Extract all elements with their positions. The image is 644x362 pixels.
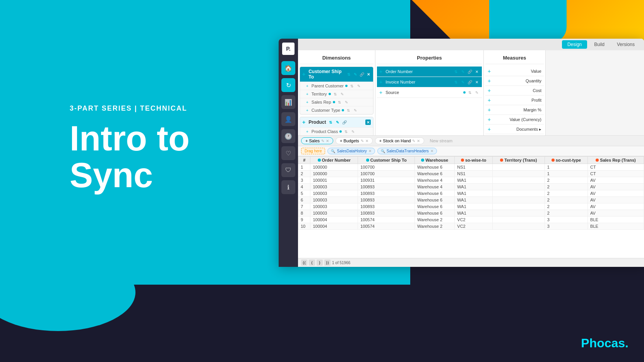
table-cell: 9 (298, 217, 310, 223)
table-cell: Warehouse 2 (415, 217, 455, 223)
item-customer-type: + Customer Type ⇅ ✎ (300, 106, 373, 114)
tab-icon[interactable]: ✎ (321, 139, 324, 143)
prop-invoice-number: + Invoice Number ⇅ ✎ 🔗 ✕ (377, 77, 482, 87)
item-label: Customer Type (312, 108, 340, 113)
add-btn[interactable]: + (306, 84, 308, 88)
sidebar-icon-clock[interactable]: 🕐 (281, 129, 295, 143)
table-cell: 100574 (358, 217, 415, 223)
tab-close[interactable]: ✕ (326, 139, 329, 143)
tab-icon[interactable]: ✎ (412, 139, 415, 143)
col-customer-ship-to[interactable]: Customer Ship To (358, 157, 415, 164)
measure-documents: + Documents ▸ (485, 125, 544, 134)
filter-close[interactable]: ✕ (430, 149, 433, 153)
edit-icon[interactable]: ✎ (344, 99, 349, 105)
close-product-btn[interactable]: ✕ (365, 120, 371, 125)
sidebar-icon-heart[interactable]: ♡ (281, 146, 295, 160)
table-cell: 2 (545, 184, 587, 190)
table-cell: 100893 (358, 184, 415, 190)
sort-icon[interactable]: ⇅ (346, 72, 351, 77)
filter-pill-sales-trans[interactable]: 🔍 SalesDataTransHeaders ✕ (377, 148, 437, 154)
tab-design[interactable]: Design (562, 40, 587, 49)
col-warehouse[interactable]: Warehouse (415, 157, 455, 164)
edit-icon[interactable]: ✎ (335, 120, 340, 125)
edit-icon[interactable]: ✎ (356, 83, 361, 89)
edit-icon[interactable]: ✎ (353, 108, 358, 113)
sort-icon[interactable]: ⇅ (337, 99, 342, 105)
table-row: 2100000100700Warehouse 6NS11CT (298, 171, 644, 177)
sidebar-icon-info[interactable]: ℹ (281, 180, 295, 194)
filter-close[interactable]: ✕ (368, 149, 372, 153)
col-territory-trans[interactable]: Territory (Trans) (492, 157, 545, 164)
add-btn[interactable]: + (306, 108, 308, 113)
col-sales-rep-trans[interactable]: Sales Rep (Trans) (588, 157, 644, 164)
col-hash[interactable]: # (298, 157, 310, 164)
table-cell: NS1 (455, 171, 493, 177)
col-so-wise-to[interactable]: so-wise-to (455, 157, 493, 164)
table-cell: 1 (545, 164, 587, 171)
table-cell: 100574 (358, 223, 415, 230)
tab-close[interactable]: ✕ (365, 139, 368, 143)
sidebar-icon-user[interactable]: 👤 (281, 112, 295, 126)
table-cell: CT (588, 171, 644, 177)
tab-versions[interactable]: Versions (611, 40, 640, 49)
sort-icon[interactable]: ⇅ (346, 108, 351, 113)
table-cell (492, 177, 545, 184)
stream-tab-sales[interactable]: + Sales ✎ ✕ (301, 137, 333, 144)
sidebar-icon-shield[interactable]: 🛡 (281, 163, 295, 177)
tab-build[interactable]: Build (589, 40, 610, 49)
link-icon[interactable]: 🔗 (359, 72, 364, 77)
group-header-customer: + Customer Ship To ⇅ ✎ 🔗 ✕ (300, 67, 373, 82)
measures-panel: Measures + Value + Quantity + Cost + Pro… (484, 50, 546, 135)
title-line1: Intro to (70, 120, 190, 157)
phocas-brand: Phocas. (581, 336, 629, 350)
sort-icon[interactable]: ⇅ (328, 120, 333, 125)
main-content: Design Build Versions Dimensions + Custo… (298, 39, 644, 267)
page-info: 1 of 51966 (332, 261, 350, 265)
stream-tab-stock[interactable]: + Stock on Hand ✎ ✕ (375, 137, 425, 144)
group-header-product: + Product ⇅ ✎ 🔗 ✕ (300, 117, 373, 127)
tab-label: + Stock on Hand (379, 138, 411, 143)
next-page-btn[interactable]: ⟩ (317, 260, 323, 266)
sidebar-icon-home[interactable]: 🏠 (281, 61, 295, 75)
add-btn[interactable]: + (306, 92, 308, 96)
last-page-btn[interactable]: ⟩⟩ (324, 260, 331, 266)
table-cell (492, 164, 545, 171)
col-so-cust-type[interactable]: so-cust-type (545, 157, 587, 164)
data-table: # Order Number Customer Ship To Warehous… (298, 156, 644, 230)
table-cell: Warehouse 6 (415, 171, 455, 177)
sort-icon[interactable]: ⇅ (332, 91, 338, 97)
table-row: 4100003100893Warehouse 4WA12AV (298, 184, 644, 190)
close-customer-btn[interactable]: ✕ (366, 72, 371, 77)
sort-icon[interactable]: ⇅ (349, 83, 355, 89)
panels-row: Dimensions + Customer Ship To ⇅ ✎ 🔗 ✕ + … (298, 50, 644, 135)
filter-row: Drag here 🔍 SalesDataHistory ✕ 🔍 SalesDa… (298, 146, 644, 156)
tab-close[interactable]: ✕ (417, 139, 420, 143)
edit-icon[interactable]: ✎ (339, 91, 345, 97)
measure-label: Quantity (494, 79, 541, 83)
filter-pill-sales-history[interactable]: 🔍 SalesDataHistory ✕ (327, 148, 375, 154)
prop-label: Invoice Number (385, 80, 452, 84)
data-table-container: # Order Number Customer Ship To Warehous… (298, 156, 644, 258)
prev-page-btn[interactable]: ⟨ (309, 260, 315, 266)
table-cell: 3 (298, 177, 310, 184)
table-row: 10100004100574Warehouse 2VC23BLE (298, 223, 644, 230)
tab-icon[interactable]: ✎ (361, 139, 364, 143)
series-label: 3-PART SERIES | TECHNICAL (70, 104, 190, 113)
col-order-number[interactable]: Order Number (310, 157, 358, 164)
add-customer-btn[interactable]: + (302, 71, 305, 77)
table-cell: WA1 (455, 184, 493, 190)
table-cell: VC2 (455, 217, 493, 223)
table-cell: AV (588, 190, 644, 197)
edit-icon[interactable]: ✎ (353, 72, 358, 77)
sidebar-icon-refresh[interactable]: ↻ (281, 78, 295, 92)
group-product: + Product ⇅ ✎ 🔗 ✕ + Product Class ⇅ ✎ (300, 117, 373, 135)
first-page-btn[interactable]: ⟨⟨ (301, 260, 307, 266)
stream-tab-budgets[interactable]: + Budgets ✎ ✕ (336, 137, 373, 144)
sidebar-icon-chart[interactable]: 📊 (281, 95, 295, 109)
table-cell: 3 (545, 223, 587, 230)
add-product-btn[interactable]: + (302, 119, 305, 125)
link-icon[interactable]: 🔗 (342, 120, 347, 125)
add-btn[interactable]: + (306, 100, 308, 104)
new-stream-btn[interactable]: New stream (430, 138, 452, 143)
data-area: + Sales ✎ ✕ + Budgets ✎ ✕ + Stock on Han… (298, 135, 644, 267)
